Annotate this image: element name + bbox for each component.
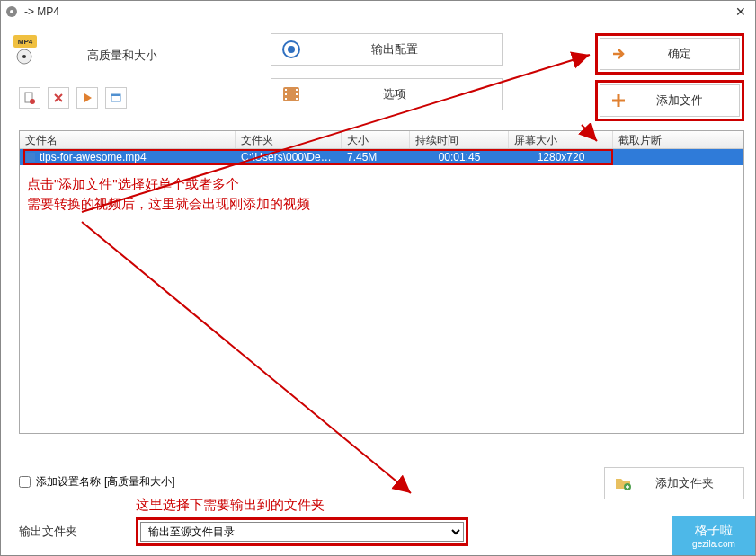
folder-plus-icon — [614, 474, 632, 492]
tool-clear-button[interactable] — [48, 87, 69, 109]
svg-point-1 — [10, 10, 13, 13]
add-settings-row: 添加设置名称 [高质量和大小] 添加文件夹 — [19, 474, 744, 490]
file-folder: C:\Users\000\Deskt... — [236, 151, 342, 163]
svg-rect-12 — [296, 89, 298, 91]
ok-button-highlight: 确定 — [595, 33, 744, 75]
add-file-label: 添加文件 — [638, 93, 739, 109]
add-file-button[interactable]: 添加文件 — [600, 84, 740, 117]
window-title: -> MP4 — [24, 5, 730, 18]
arrow-right-icon — [609, 45, 627, 63]
add-folder-label: 添加文件夹 — [643, 475, 743, 491]
col-header-duration[interactable]: 持续时间 — [410, 131, 509, 148]
tool-properties-button[interactable] — [105, 87, 127, 109]
watermark-url: gezila.com — [692, 539, 735, 549]
svg-point-7 — [288, 46, 295, 53]
file-row[interactable]: tips-for-awesome.mp4 C:\Users\000\Deskt.… — [20, 149, 743, 165]
file-list-header: 文件名 文件夹 大小 持续时间 屏幕大小 截取片断 — [20, 131, 743, 149]
ok-button[interactable]: 确定 — [600, 38, 740, 70]
options-button[interactable]: 选项 — [271, 78, 503, 110]
svg-rect-11 — [285, 98, 287, 100]
output-config-label: 输出配置 — [315, 41, 502, 57]
output-folder-select[interactable]: 输出至源文件目录 — [140, 522, 464, 542]
add-file-button-highlight: 添加文件 — [595, 80, 744, 121]
video-file-icon — [25, 152, 36, 163]
tool-delete-button[interactable] — [19, 87, 40, 109]
svg-rect-18 — [111, 94, 120, 96]
output-select-highlight: 输出至源文件目录 — [136, 517, 468, 546]
svg-point-16 — [30, 99, 35, 104]
tool-play-button[interactable] — [76, 87, 98, 109]
close-button[interactable]: ✕ — [730, 3, 752, 21]
col-header-crop[interactable]: 截取片断 — [613, 131, 743, 148]
titlebar: -> MP4 ✕ — [1, 1, 755, 22]
quality-label: 高质量和大小 — [87, 48, 157, 64]
svg-rect-19 — [26, 153, 35, 162]
output-config-button[interactable]: 输出配置 — [271, 33, 503, 66]
watermark-badge: 格子啦 gezila.com — [672, 516, 755, 555]
ok-label: 确定 — [638, 46, 739, 62]
mp4-format-icon: MP4 — [12, 33, 44, 66]
file-duration: 00:01:45 — [410, 151, 509, 163]
add-settings-label: 添加设置名称 — [36, 474, 101, 490]
filmstrip-icon — [280, 84, 302, 105]
app-icon — [4, 4, 19, 19]
file-size: 7.45M — [342, 151, 410, 163]
settings-value: [高质量和大小] — [104, 474, 175, 490]
file-name: tips-for-awesome.mp4 — [40, 151, 147, 163]
window-icon — [110, 92, 122, 104]
file-list-panel: 文件名 文件夹 大小 持续时间 屏幕大小 截取片断 tips-for-aweso… — [19, 130, 744, 434]
svg-rect-10 — [285, 93, 287, 95]
plus-icon — [609, 92, 627, 110]
options-label: 选项 — [315, 86, 502, 102]
output-folder-label: 输出文件夹 — [19, 524, 136, 540]
gear-icon — [280, 39, 302, 60]
svg-point-5 — [22, 55, 26, 58]
watermark-name: 格子啦 — [695, 523, 733, 539]
col-header-screen[interactable]: 屏幕大小 — [509, 131, 613, 148]
svg-rect-9 — [285, 89, 287, 91]
add-settings-checkbox[interactable] — [19, 476, 31, 488]
file-x-icon — [23, 92, 36, 104]
add-folder-button[interactable]: 添加文件夹 — [604, 467, 744, 499]
content-area: MP4 高质量和大小 输出配置 选项 确定 — [1, 22, 755, 78]
file-screen-size: 1280x720 — [509, 151, 613, 163]
x-icon — [52, 92, 65, 104]
svg-text:MP4: MP4 — [18, 38, 33, 46]
play-icon — [81, 92, 93, 104]
svg-rect-14 — [296, 98, 298, 100]
col-header-name[interactable]: 文件名 — [20, 131, 236, 148]
col-header-size[interactable]: 大小 — [342, 131, 410, 148]
svg-rect-13 — [296, 93, 298, 95]
col-header-folder[interactable]: 文件夹 — [236, 131, 342, 148]
annotation-text-1: 点击"添加文件"选择好单个或者多个 需要转换的视频后，这里就会出现刚添加的视频 — [27, 174, 310, 214]
app-window: -> MP4 ✕ MP4 高质量和大小 输出配置 选项 — [0, 0, 756, 556]
